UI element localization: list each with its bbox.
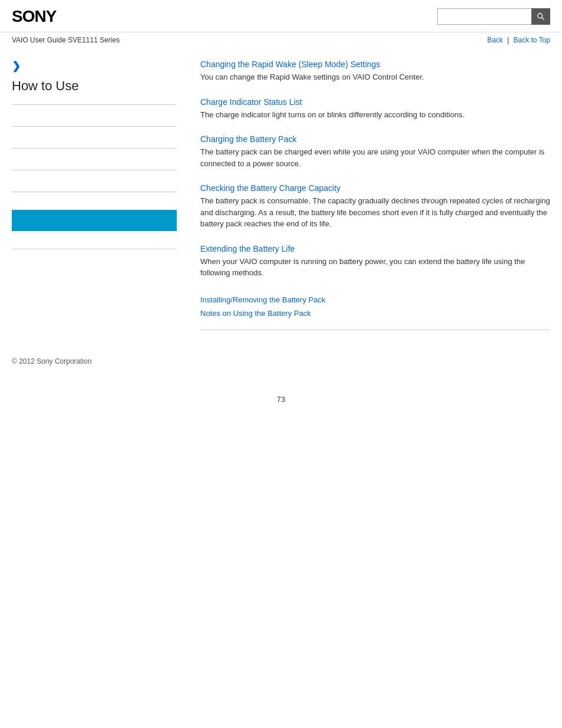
sidebar-title: How to Use bbox=[12, 78, 177, 94]
content-area: Changing the Rapid Wake (Sleep Mode) Set… bbox=[189, 60, 550, 340]
page-header: SONY bbox=[0, 0, 562, 32]
sub-header: VAIO User Guide SVE1111 Series Back | Ba… bbox=[0, 32, 562, 48]
back-to-top-link[interactable]: Back to Top bbox=[514, 36, 550, 44]
nav-links: Back | Back to Top bbox=[487, 36, 550, 44]
section-charge-indicator: Charge Indicator Status List The charge … bbox=[200, 97, 550, 121]
search-icon bbox=[537, 12, 545, 21]
link-charging-battery[interactable]: Charging the Battery Pack bbox=[200, 134, 550, 144]
section-charging-battery: Charging the Battery Pack The battery pa… bbox=[200, 134, 550, 169]
sidebar-divider-3 bbox=[12, 148, 177, 149]
guide-title: VAIO User Guide SVE1111 Series bbox=[12, 36, 120, 44]
link-installing-removing[interactable]: Installing/Removing the Battery Pack bbox=[200, 293, 550, 307]
link-charge-indicator[interactable]: Charge Indicator Status List bbox=[200, 97, 550, 107]
desc-checking-battery: The battery pack is consumable. The capa… bbox=[200, 195, 550, 230]
sidebar: ❯ How to Use bbox=[12, 60, 189, 340]
sidebar-item-2 bbox=[12, 133, 177, 142]
search-area bbox=[437, 8, 550, 25]
desc-extending-battery: When your VAIO computer is running on ba… bbox=[200, 256, 550, 279]
sidebar-item-6 bbox=[12, 233, 177, 243]
svg-line-1 bbox=[542, 18, 544, 20]
sidebar-divider-6 bbox=[12, 249, 177, 249]
sidebar-chevron[interactable]: ❯ bbox=[12, 60, 177, 73]
link-extending-battery[interactable]: Extending the Battery Life bbox=[200, 244, 550, 253]
link-notes-using[interactable]: Notes on Using the Battery Pack bbox=[200, 307, 550, 320]
desc-rapid-wake: You can change the Rapid Wake settings o… bbox=[200, 71, 550, 83]
section-rapid-wake: Changing the Rapid Wake (Sleep Mode) Set… bbox=[200, 60, 550, 83]
sidebar-highlight-active[interactable] bbox=[12, 210, 177, 231]
link-checking-battery[interactable]: Checking the Battery Charge Capacity bbox=[200, 183, 550, 193]
sidebar-divider-5 bbox=[12, 192, 177, 192]
page-number: 73 bbox=[0, 395, 562, 416]
search-input[interactable] bbox=[437, 8, 531, 25]
sidebar-item-1 bbox=[12, 111, 177, 120]
section-extending-battery: Extending the Battery Life When your VAI… bbox=[200, 244, 550, 279]
search-button[interactable] bbox=[531, 8, 550, 25]
nav-separator: | bbox=[507, 36, 509, 44]
sony-logo: SONY bbox=[12, 7, 56, 26]
link-rapid-wake[interactable]: Changing the Rapid Wake (Sleep Mode) Set… bbox=[200, 60, 550, 69]
sidebar-item-3 bbox=[12, 154, 177, 164]
sidebar-divider-1 bbox=[12, 104, 177, 105]
sidebar-item-5 bbox=[12, 198, 177, 207]
sidebar-divider-4 bbox=[12, 170, 177, 170]
copyright-text: © 2012 Sony Corporation bbox=[12, 357, 92, 365]
sidebar-item-4 bbox=[12, 176, 177, 186]
desc-charge-indicator: The charge indicator light turns on or b… bbox=[200, 109, 550, 121]
bottom-links: Installing/Removing the Battery Pack Not… bbox=[200, 293, 550, 321]
sidebar-divider-2 bbox=[12, 126, 177, 127]
content-bottom-divider bbox=[200, 330, 550, 330]
footer: © 2012 Sony Corporation bbox=[0, 351, 562, 377]
back-link[interactable]: Back bbox=[487, 36, 503, 44]
main-container: ❯ How to Use Changing the Rapid Wake (Sl… bbox=[0, 48, 562, 351]
section-checking-battery: Checking the Battery Charge Capacity The… bbox=[200, 183, 550, 230]
desc-charging-battery: The battery pack can be charged even whi… bbox=[200, 146, 550, 169]
